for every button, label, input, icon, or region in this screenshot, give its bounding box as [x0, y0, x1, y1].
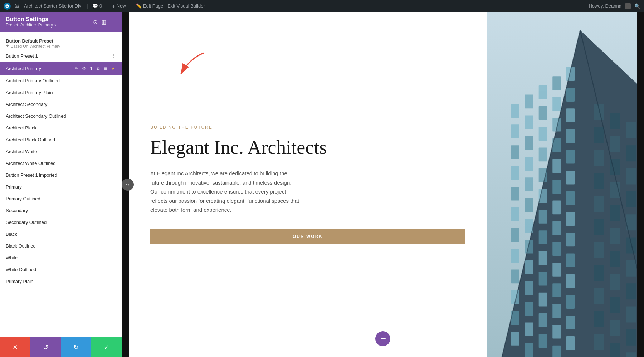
- svg-rect-50: [552, 221, 561, 235]
- preset-item-4[interactable]: Architect Black: [0, 122, 122, 134]
- preset-item-7[interactable]: Architect White Outlined: [0, 157, 122, 169]
- svg-rect-76: [594, 219, 604, 235]
- preset-item-16[interactable]: White Outlined: [0, 264, 122, 275]
- svg-rect-69: [566, 316, 575, 329]
- svg-rect-13: [511, 270, 519, 284]
- preset-item-1[interactable]: Architect Primary Plain: [0, 87, 122, 98]
- preset-item-17[interactable]: Primary Plain: [0, 275, 122, 287]
- floating-action-button[interactable]: •••: [375, 331, 390, 346]
- preset-item-5[interactable]: Architect Black Outlined: [0, 134, 122, 146]
- preset-item-13[interactable]: Black: [0, 228, 122, 240]
- preset-item-2[interactable]: Architect Secondary: [0, 98, 122, 110]
- plus-icon: +: [112, 3, 115, 9]
- preset-item-architect-primary[interactable]: Architect Primary ✏ ⚙ ⬆ ⧉ 🗑 ★: [0, 62, 122, 75]
- panel-preset[interactable]: Preset: Architect Primary ▾: [6, 23, 56, 28]
- preset-item-0[interactable]: Architect Primary Outlined: [0, 75, 122, 87]
- layout-icon[interactable]: ▦: [101, 19, 107, 25]
- settings-icon[interactable]: ⚙: [81, 65, 87, 72]
- trash-icon[interactable]: 🗑: [103, 65, 108, 72]
- star-filled-icon[interactable]: ★: [111, 65, 116, 72]
- duplicate-icon[interactable]: ⧉: [96, 65, 101, 72]
- svg-rect-8: [511, 166, 519, 180]
- svg-rect-67: [566, 274, 575, 288]
- comments-link[interactable]: 💬 0: [92, 3, 102, 9]
- preset-name: Architect Secondary: [6, 102, 116, 107]
- preset-item-11[interactable]: Secondary: [0, 205, 122, 216]
- svg-rect-100: [626, 283, 636, 299]
- preset-item-3[interactable]: Architect Secondary Outlined: [0, 110, 122, 122]
- preset-item-15[interactable]: White: [0, 252, 122, 264]
- preset-name: Primary: [6, 184, 116, 190]
- resize-handle[interactable]: ↔: [122, 178, 134, 191]
- admin-bar: W 🏛 Architect Starter Site for Divi | 💬 …: [0, 0, 644, 12]
- svg-rect-80: [594, 311, 604, 327]
- preset-item-8[interactable]: Button Preset 1 imported: [0, 169, 122, 181]
- svg-rect-95: [626, 168, 636, 184]
- svg-rect-77: [594, 242, 604, 258]
- svg-rect-26: [525, 281, 533, 295]
- svg-rect-96: [626, 191, 636, 207]
- default-preset-section: Button Default Preset ★ Based On: Archit…: [0, 35, 122, 50]
- preset-item-12[interactable]: Secondary Outlined: [0, 216, 122, 228]
- hero-section: BUILDING THE FUTURE Elegant Inc. Archite…: [129, 12, 637, 357]
- svg-rect-86: [610, 205, 620, 221]
- architect-icon[interactable]: 🏛: [15, 3, 20, 9]
- svg-rect-48: [552, 180, 561, 194]
- svg-rect-30: [539, 85, 547, 99]
- target-icon[interactable]: ⊙: [93, 19, 98, 25]
- save-button[interactable]: ✓: [91, 337, 122, 357]
- search-icon[interactable]: 🔍: [634, 3, 640, 9]
- edit-icon[interactable]: ✏: [74, 65, 79, 72]
- svg-rect-73: [594, 150, 604, 166]
- exit-visual-builder-link[interactable]: Exit Visual Builder: [167, 3, 205, 9]
- site-name[interactable]: Architect Starter Site for Divi: [24, 3, 82, 9]
- preset-item-10[interactable]: Primary Outlined: [0, 193, 122, 205]
- preset-name: Black: [6, 231, 116, 237]
- svg-rect-91: [610, 320, 620, 336]
- redo-button[interactable]: ↻: [61, 337, 91, 357]
- separator-3: |: [130, 3, 132, 9]
- svg-rect-90: [610, 297, 620, 313]
- admin-bar-left: W 🏛 Architect Starter Site for Divi | 💬 …: [4, 3, 586, 10]
- svg-rect-72: [594, 127, 604, 143]
- howdy-text: Howdy, Deanna: [589, 3, 621, 9]
- preset-item-6[interactable]: Architect White: [0, 146, 122, 157]
- svg-rect-55: [552, 325, 561, 339]
- svg-rect-82: [610, 113, 620, 129]
- user-avatar[interactable]: [625, 3, 631, 9]
- preset-item-14[interactable]: Black Outlined: [0, 240, 122, 252]
- hero-body: At Elegant Inc Architects, we are dedica…: [150, 169, 301, 215]
- svg-rect-43: [552, 76, 561, 90]
- new-link[interactable]: + New: [112, 3, 126, 9]
- preset-name: Architect White Outlined: [6, 161, 116, 166]
- preset-name: Architect White: [6, 149, 116, 154]
- resize-icon: ↔: [125, 181, 131, 188]
- more-options-icon[interactable]: ⋮: [111, 53, 116, 59]
- close-button[interactable]: ✕: [0, 337, 30, 357]
- bottom-toolbar: ✕ ↺ ↻ ✓: [0, 337, 122, 357]
- svg-rect-18: [525, 116, 533, 129]
- dropdown-arrow-icon: ▾: [54, 23, 56, 27]
- svg-rect-93: [626, 122, 636, 138]
- svg-rect-53: [552, 283, 561, 297]
- svg-rect-103: [626, 352, 636, 357]
- undo-button[interactable]: ↺: [30, 337, 61, 357]
- svg-rect-31: [539, 106, 547, 120]
- upload-icon[interactable]: ⬆: [89, 65, 94, 72]
- more-vertical-icon[interactable]: ⋮: [110, 19, 116, 25]
- preset-item-button-preset-1[interactable]: Button Preset 1 ⋮: [0, 50, 122, 62]
- wordpress-icon[interactable]: W: [4, 3, 11, 10]
- edit-page-link[interactable]: ✏️ Edit Page: [136, 3, 163, 9]
- svg-rect-41: [539, 313, 547, 327]
- preset-name: Architect Primary Outlined: [6, 78, 116, 83]
- preset-item-9[interactable]: Primary: [0, 181, 122, 193]
- svg-rect-101: [626, 306, 636, 322]
- panel-header-icons: ⊙ ▦ ⋮: [93, 19, 116, 25]
- svg-rect-54: [552, 304, 561, 318]
- svg-rect-5: [511, 104, 519, 118]
- svg-rect-62: [566, 171, 575, 185]
- save-icon: ✓: [104, 343, 109, 351]
- hero-cta-button[interactable]: OUR WORK: [150, 229, 465, 244]
- preset-name: Architect Primary: [6, 66, 74, 71]
- svg-rect-68: [566, 295, 575, 309]
